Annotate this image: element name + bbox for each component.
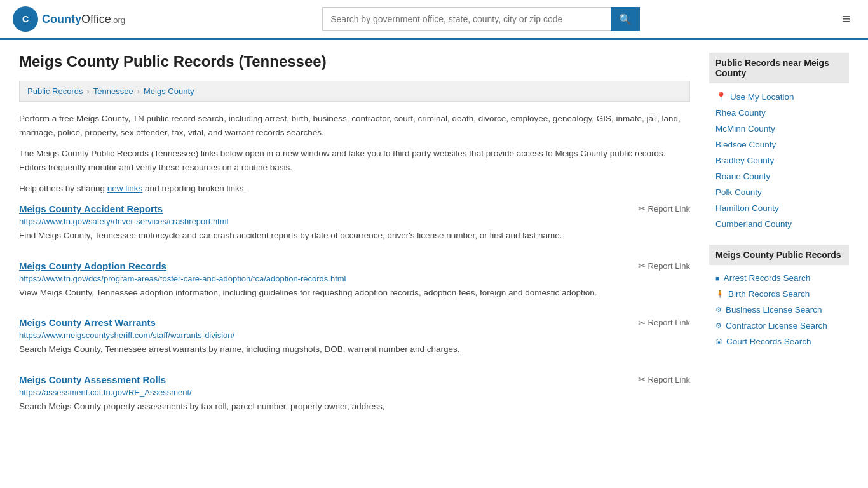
breadcrumb: Public Records › Tennessee › Meigs Count… bbox=[19, 81, 690, 102]
record-title[interactable]: Meigs County Adoption Records bbox=[19, 261, 166, 271]
record-desc-0: Find Meigs County, Tennessee motorcycle … bbox=[19, 229, 690, 243]
nearby-county-6[interactable]: Hamilton County bbox=[709, 200, 849, 216]
nearby-county-4[interactable]: Roane County bbox=[709, 168, 849, 184]
location-icon: 📍 bbox=[715, 92, 726, 102]
record-title[interactable]: Meigs County Arrest Warrants bbox=[19, 317, 156, 328]
report-link-3[interactable]: ✂ Report Link bbox=[638, 374, 690, 384]
record-entry: Meigs County Accident Reports ✂ Report L… bbox=[19, 203, 690, 243]
records-list: Meigs County Accident Reports ✂ Report L… bbox=[19, 203, 690, 413]
record-header: Meigs County Adoption Records ✂ Report L… bbox=[19, 261, 690, 271]
report-icon-2: ✂ bbox=[638, 318, 646, 328]
pub-icon-3: ⚙ bbox=[715, 322, 722, 330]
record-url-1[interactable]: https://www.tn.gov/dcs/program-areas/fos… bbox=[19, 274, 690, 283]
search-input[interactable] bbox=[322, 7, 611, 31]
search-bar: 🔍 bbox=[322, 7, 640, 31]
nearby-title: Public Records near Meigs County bbox=[709, 53, 849, 83]
public-record-link-3[interactable]: ⚙ Contractor License Search bbox=[709, 318, 849, 334]
report-link-1[interactable]: ✂ Report Link bbox=[638, 261, 690, 271]
record-entry: Meigs County Assessment Rolls ✂ Report L… bbox=[19, 374, 690, 414]
record-title[interactable]: Meigs County Accident Reports bbox=[19, 203, 163, 214]
description-3: Help others by sharing new links and rep… bbox=[19, 182, 690, 196]
pub-icon-2: ⚙ bbox=[715, 306, 722, 314]
svg-text:C: C bbox=[22, 14, 29, 24]
record-header: Meigs County Assessment Rolls ✂ Report L… bbox=[19, 374, 690, 385]
report-icon-0: ✂ bbox=[638, 203, 646, 214]
sidebar: Public Records near Meigs County 📍 Use M… bbox=[709, 53, 849, 431]
search-button[interactable]: 🔍 bbox=[611, 7, 640, 31]
public-records-links-list: ■ Arrest Records Search🧍 Birth Records S… bbox=[709, 270, 849, 349]
report-icon-3: ✂ bbox=[638, 374, 646, 384]
record-header: Meigs County Accident Reports ✂ Report L… bbox=[19, 203, 690, 214]
breadcrumb-meigs-county[interactable]: Meigs County bbox=[144, 86, 194, 96]
new-links-link[interactable]: new links bbox=[107, 184, 143, 193]
record-entry: Meigs County Adoption Records ✂ Report L… bbox=[19, 261, 690, 300]
breadcrumb-sep-2: › bbox=[137, 86, 140, 96]
logo: C CountyOffice.org bbox=[13, 6, 125, 32]
pub-icon-1: 🧍 bbox=[715, 290, 724, 298]
nearby-county-2[interactable]: Bledsoe County bbox=[709, 137, 849, 152]
public-records-title: Meigs County Public Records bbox=[709, 245, 849, 265]
description-2: The Meigs County Public Records (Tenness… bbox=[19, 147, 690, 174]
page-title: Meigs County Public Records (Tennessee) bbox=[19, 53, 690, 71]
search-icon: 🔍 bbox=[619, 14, 632, 25]
nearby-county-1[interactable]: McMinn County bbox=[709, 121, 849, 137]
report-link-0[interactable]: ✂ Report Link bbox=[638, 203, 690, 214]
nearby-section: Public Records near Meigs County 📍 Use M… bbox=[709, 53, 849, 232]
public-record-link-4[interactable]: 🏛 Court Records Search bbox=[709, 334, 849, 349]
use-location-label: Use My Location bbox=[730, 92, 794, 102]
record-header: Meigs County Arrest Warrants ✂ Report Li… bbox=[19, 317, 690, 328]
public-record-link-1[interactable]: 🧍 Birth Records Search bbox=[709, 286, 849, 302]
description-1: Perform a free Meigs County, TN public r… bbox=[19, 112, 690, 139]
site-header: C CountyOffice.org 🔍 ≡ bbox=[0, 0, 868, 40]
nearby-counties-list: Rhea CountyMcMinn CountyBledsoe CountyBr… bbox=[709, 105, 849, 232]
record-url-3[interactable]: https://assessment.cot.tn.gov/RE_Assessm… bbox=[19, 388, 690, 397]
breadcrumb-public-records[interactable]: Public Records bbox=[27, 86, 83, 96]
record-entry: Meigs County Arrest Warrants ✂ Report Li… bbox=[19, 317, 690, 356]
nearby-county-0[interactable]: Rhea County bbox=[709, 105, 849, 121]
public-record-link-0[interactable]: ■ Arrest Records Search bbox=[709, 270, 849, 286]
nearby-county-5[interactable]: Polk County bbox=[709, 184, 849, 200]
record-title[interactable]: Meigs County Assessment Rolls bbox=[19, 374, 166, 385]
main-container: Meigs County Public Records (Tennessee) … bbox=[0, 40, 868, 444]
public-record-link-2[interactable]: ⚙ Business License Search bbox=[709, 302, 849, 318]
logo-icon: C bbox=[13, 6, 38, 32]
record-desc-3: Search Meigs County property assessments… bbox=[19, 400, 690, 414]
content-area: Meigs County Public Records (Tennessee) … bbox=[19, 53, 690, 431]
breadcrumb-sep-1: › bbox=[86, 86, 89, 96]
record-desc-1: View Meigs County, Tennessee adoption in… bbox=[19, 286, 690, 300]
report-link-2[interactable]: ✂ Report Link bbox=[638, 318, 690, 328]
nearby-county-7[interactable]: Cumberland County bbox=[709, 216, 849, 232]
menu-icon: ≡ bbox=[842, 11, 850, 27]
nearby-county-3[interactable]: Bradley County bbox=[709, 152, 849, 168]
pub-icon-0: ■ bbox=[715, 274, 720, 282]
logo-text: CountyOffice.org bbox=[42, 13, 125, 26]
record-desc-2: Search Meigs County, Tennessee arrest wa… bbox=[19, 342, 690, 356]
public-records-section: Meigs County Public Records ■ Arrest Rec… bbox=[709, 245, 849, 349]
report-icon-1: ✂ bbox=[638, 261, 646, 271]
record-url-2[interactable]: https://www.meigscountysheriff.com/staff… bbox=[19, 330, 690, 340]
breadcrumb-tennessee[interactable]: Tennessee bbox=[93, 86, 133, 96]
pub-icon-4: 🏛 bbox=[715, 338, 722, 346]
use-my-location-link[interactable]: 📍 Use My Location bbox=[709, 88, 849, 105]
menu-button[interactable]: ≡ bbox=[837, 8, 855, 30]
record-url-0[interactable]: https://www.tn.gov/safety/driver-service… bbox=[19, 217, 690, 226]
